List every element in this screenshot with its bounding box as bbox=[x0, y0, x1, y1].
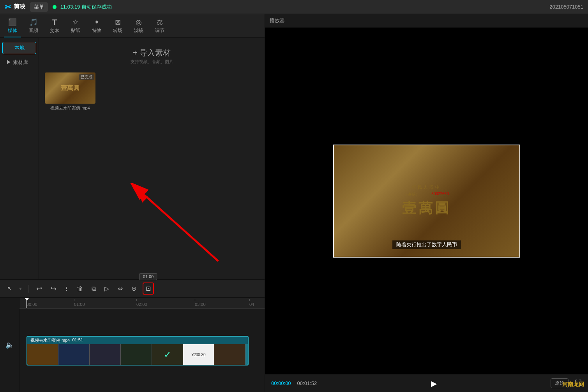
left-content: 本地 ▶ 素材库 + 导入素材 支持视频、音频、图片 壹萬圓 已完成 bbox=[0, 38, 265, 279]
ruler-mark-3: 03:00 bbox=[195, 302, 206, 307]
clip-thumb-6: ¥200.30 bbox=[183, 344, 214, 365]
tab-text[interactable]: T 文本 bbox=[46, 16, 63, 37]
autosave-status: 11:03:19 自动保存成功 bbox=[53, 4, 545, 11]
clip-thumb-3 bbox=[90, 344, 121, 365]
player-header: 播放器 bbox=[265, 14, 588, 28]
mirror-button[interactable]: ⇔ bbox=[115, 283, 125, 294]
timeline-section: ↖ ▼ ↩ ↪ ⫶ 🗑 ⧉ ▷ ⇔ ⊕ 01:00 ⊡ 🔈 bbox=[0, 279, 265, 392]
clip-thumb-4 bbox=[121, 344, 152, 365]
clip-thumbnails: ✓ ¥200.30 bbox=[27, 344, 248, 365]
text-tab-icon: T bbox=[52, 18, 57, 27]
clip-thumb-7 bbox=[214, 344, 245, 365]
ruler-mark-4: 04 bbox=[249, 302, 254, 307]
time-total: 00:01:52 bbox=[297, 380, 317, 386]
tab-sticker[interactable]: ☆ 贴纸 bbox=[67, 16, 84, 37]
tab-text-label: 文本 bbox=[50, 28, 59, 34]
track-area: 视频去水印案例.mp4 01:51 ✓ bbox=[19, 336, 265, 367]
crop-time-popup: 01:00 bbox=[139, 273, 157, 280]
subtitle-overlay: 随着央行推出了数字人民币 bbox=[392, 240, 461, 249]
media-area: + 导入素材 支持视频、音频、图片 壹萬圓 已完成 视频去水印案例.mp4 bbox=[39, 38, 265, 279]
sidebar-library-btn[interactable]: ▶ 素材库 bbox=[2, 57, 36, 68]
datetime-display: 202105071051 bbox=[549, 4, 583, 10]
media-file-name: 视频去水印案例.mp4 bbox=[45, 105, 95, 111]
tab-adjust[interactable]: ⚖ 调节 bbox=[151, 16, 168, 37]
player-controls: 00:00:00 00:01:52 ▶ 原始 ⛶ bbox=[265, 374, 588, 392]
media-grid: 壹萬圓 已完成 视频去水印案例.mp4 bbox=[45, 72, 259, 111]
clip-header: 视频去水印案例.mp4 01:51 bbox=[27, 337, 248, 344]
banknote-value: 壹萬圓 bbox=[402, 199, 451, 218]
tab-adjust-label: 调节 bbox=[155, 27, 164, 34]
menu-button[interactable]: 菜单 bbox=[30, 2, 48, 12]
tab-sticker-label: 贴纸 bbox=[71, 27, 80, 34]
timeline-toolbar: ↖ ▼ ↩ ↪ ⫶ 🗑 ⧉ ▷ ⇔ ⊕ 01:00 ⊡ bbox=[0, 280, 265, 298]
tab-media[interactable]: ⬛ 媒体 bbox=[4, 16, 21, 37]
timeline-area: 🔈 00:00 01:00 02:00 bbox=[0, 298, 265, 392]
filter-tab-icon: ◎ bbox=[136, 18, 142, 26]
add-button[interactable]: ⊕ bbox=[129, 283, 139, 294]
app-name: 剪映 bbox=[14, 3, 25, 11]
sidebar-local-btn[interactable]: 本地 bbox=[2, 42, 36, 54]
time-current: 00:00:00 bbox=[271, 380, 291, 386]
tab-audio-label: 音频 bbox=[29, 27, 38, 34]
timeline-tracks: 00:00 01:00 02:00 03:00 04 bbox=[19, 298, 265, 392]
playhead[interactable] bbox=[26, 298, 27, 308]
clip-thumb-1 bbox=[27, 344, 58, 365]
crop-indicator: 01:00 ⊡ bbox=[143, 283, 154, 295]
split-button[interactable]: ⫶ bbox=[63, 284, 71, 294]
import-button[interactable]: + 导入素材 支持视频、音频、图片 bbox=[45, 44, 259, 69]
clip-duration: 01:51 bbox=[72, 337, 83, 343]
toolbar-tabs: ⬛ 媒体 🎵 音频 T 文本 ☆ 贴纸 ✦ 特效 ⊠ 转场 bbox=[0, 14, 265, 38]
timeline-left-controls: 🔈 bbox=[0, 298, 19, 392]
sticker-tab-icon: ☆ bbox=[72, 18, 79, 26]
redo-button[interactable]: ↪ bbox=[48, 283, 59, 295]
transition-tab-icon: ⊠ bbox=[115, 18, 121, 26]
clip-name: 视频去水印案例.mp4 bbox=[30, 337, 70, 343]
app-logo: ✂ 剪映 bbox=[5, 2, 25, 12]
completion-badge: 已完成 bbox=[79, 74, 94, 80]
select-tool-button[interactable]: ↖ bbox=[5, 283, 14, 294]
player-title: 播放器 bbox=[270, 18, 285, 23]
video-frame: 行民人國中 （叁拾） 50022660 壹萬圓 随着央行推出了数字人民币 bbox=[333, 145, 520, 258]
undo-button[interactable]: ↩ bbox=[34, 283, 44, 295]
timeline-clip[interactable]: 视频去水印案例.mp4 01:51 ✓ bbox=[26, 336, 249, 366]
tab-effects[interactable]: ✦ 特效 bbox=[88, 16, 105, 37]
tab-media-label: 媒体 bbox=[8, 27, 17, 34]
tab-transition[interactable]: ⊠ 转场 bbox=[109, 16, 126, 37]
tab-filter-label: 滤镜 bbox=[134, 27, 143, 34]
media-file-item[interactable]: 壹萬圓 已完成 视频去水印案例.mp4 bbox=[45, 72, 95, 111]
timeline-ruler: 00:00 01:00 02:00 03:00 04 bbox=[19, 298, 265, 309]
volume-button[interactable]: 🔈 bbox=[5, 341, 14, 349]
status-text: 11:03:19 自动保存成功 bbox=[60, 4, 112, 10]
tab-effects-label: 特效 bbox=[92, 27, 101, 34]
media-tab-icon: ⬛ bbox=[8, 18, 17, 26]
ruler-mark-1: 01:00 bbox=[74, 302, 85, 307]
site-watermark: 河南龙网 bbox=[562, 381, 584, 388]
plus-icon: + 导入素材 bbox=[133, 48, 171, 58]
delete-button[interactable]: 🗑 bbox=[74, 284, 85, 294]
play-button[interactable]: ▶ bbox=[323, 379, 544, 388]
video-track: 视频去水印案例.mp4 01:51 ✓ bbox=[26, 336, 265, 367]
media-thumbnail: 壹萬圓 已完成 bbox=[45, 72, 95, 104]
tab-transition-label: 转场 bbox=[113, 27, 122, 34]
tab-audio[interactable]: 🎵 音频 bbox=[25, 16, 42, 37]
toolbar-divider-1 bbox=[28, 285, 28, 293]
left-panel: ⬛ 媒体 🎵 音频 T 文本 ☆ 贴纸 ✦ 特效 ⊠ 转场 bbox=[0, 14, 265, 392]
banknote-text: 壹萬圓 bbox=[61, 84, 79, 92]
banknote-numbers: （叁拾） 50022660 bbox=[404, 192, 449, 197]
scissors-icon: ✂ bbox=[5, 2, 11, 12]
crop-button[interactable]: ⊡ bbox=[143, 283, 154, 295]
ruler-mark-2: 02:00 bbox=[136, 302, 147, 307]
topbar: ✂ 剪映 菜单 11:03:19 自动保存成功 202105071051 bbox=[0, 0, 588, 14]
right-panel: 播放器 行民人國中 （叁拾） 50022660 壹萬圓 bbox=[265, 14, 588, 392]
clip-thumb-5: ✓ bbox=[152, 344, 183, 365]
banknote-header: 行民人國中 bbox=[412, 184, 441, 190]
duplicate-button[interactable]: ⧉ bbox=[89, 284, 98, 294]
main-layout: ⬛ 媒体 🎵 音频 T 文本 ☆ 贴纸 ✦ 特效 ⊠ 转场 bbox=[0, 14, 588, 392]
play-preview-button[interactable]: ▷ bbox=[102, 283, 111, 294]
tab-filter[interactable]: ◎ 滤镜 bbox=[130, 16, 147, 37]
audio-tab-icon: 🎵 bbox=[29, 18, 38, 26]
effects-tab-icon: ✦ bbox=[94, 18, 100, 26]
clip-thumb-2 bbox=[58, 344, 90, 365]
adjust-tab-icon: ⚖ bbox=[157, 18, 163, 26]
player-area: 行民人國中 （叁拾） 50022660 壹萬圓 随着央行推出了数字人民币 bbox=[265, 28, 588, 374]
